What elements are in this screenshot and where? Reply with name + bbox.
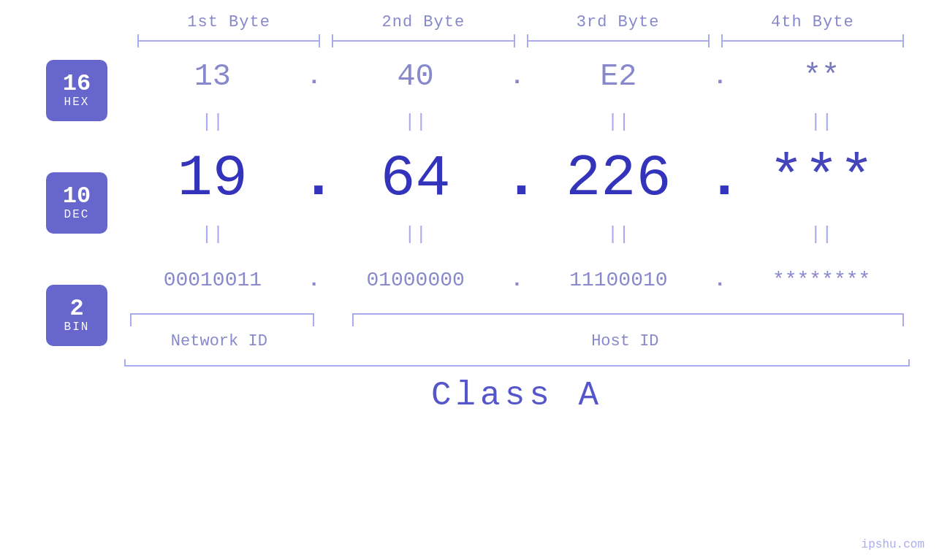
bin-badge: 2 BIN [46,285,107,346]
class-bar [124,359,910,367]
eq-2-b3: || [531,223,707,245]
bracket-gap-1 [320,313,346,326]
bracket-4 [721,34,904,47]
dec-b3: 226 [531,145,707,212]
id-brackets-row [124,313,910,326]
bracket-3 [527,34,710,47]
hex-dot-2: . [504,64,531,91]
main-container: 1st Byte 2nd Byte 3rd Byte 4th Byte 16 H… [0,0,939,560]
dec-b2: 64 [327,145,504,212]
bin-row: 00010011 . 01000000 . 11100010 . *******… [124,250,910,309]
hex-dot-1: . [301,64,327,91]
data-rows: 13 . 40 . E2 . ** || || [124,47,910,350]
eq-1-b2: || [327,111,504,133]
eq-1-b1: || [124,111,301,133]
network-id-label: Network ID [124,332,314,350]
id-label-gap [314,332,341,350]
network-id-bracket [130,313,314,326]
watermark: ipshu.com [862,538,924,551]
top-brackets [29,34,910,47]
byte4-header: 4th Byte [715,13,910,31]
hex-b3: E2 [531,59,707,94]
dec-dot-1: . [301,145,327,212]
dec-dot-2: . [504,145,531,212]
byte1-header: 1st Byte [132,13,326,31]
bin-dot-1: . [301,269,327,291]
class-label-row: Class A [29,377,910,415]
badges-column: 16 HEX 10 DEC 2 BIN [29,47,124,350]
eq-2-b1: || [124,223,301,245]
bin-dot-3: . [707,269,733,291]
eq-1-b4: || [733,111,910,133]
eq-row-1: || || || || [124,106,910,138]
class-label: Class A [431,377,603,415]
id-labels-row: Network ID Host ID [124,332,910,350]
hex-dot-3: . [707,64,733,91]
dec-b1: 19 [124,145,301,212]
host-id-bracket [352,313,904,326]
eq-2-b4: || [733,223,910,245]
eq-row-2: || || || || [124,218,910,250]
bracket-2 [332,34,514,47]
bin-b1: 00010011 [124,269,301,291]
hex-b1: 13 [124,59,301,94]
byte2-header: 2nd Byte [326,13,520,31]
byte-headers-row: 1st Byte 2nd Byte 3rd Byte 4th Byte [29,13,910,31]
bin-b4: ******** [733,269,910,291]
dec-b4: *** [733,145,910,212]
bin-b2: 01000000 [327,269,504,291]
eq-2-b2: || [327,223,504,245]
dec-row: 19 . 64 . 226 . *** [124,138,910,218]
hex-b2: 40 [327,59,504,94]
bracket-1 [137,34,320,47]
hex-b4: ** [733,59,910,94]
bin-b3: 11100010 [531,269,707,291]
host-id-label: Host ID [341,332,910,350]
dec-dot-3: . [707,145,733,212]
bin-dot-2: . [504,269,531,291]
hex-badge: 16 HEX [46,60,107,121]
class-bar-section [29,359,910,367]
hex-row: 13 . 40 . E2 . ** [124,47,910,106]
dec-badge: 10 DEC [46,172,107,234]
eq-1-b3: || [531,111,707,133]
byte3-header: 3rd Byte [521,13,715,31]
rows-wrapper: 16 HEX 10 DEC 2 BIN 13 . [29,47,910,350]
